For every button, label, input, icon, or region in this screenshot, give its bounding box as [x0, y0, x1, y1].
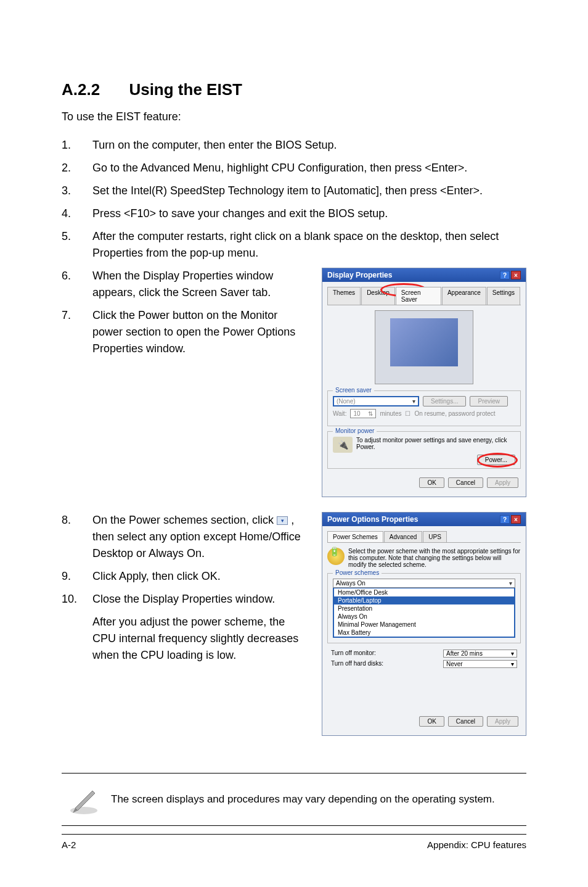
- ok-button[interactable]: OK: [419, 716, 444, 727]
- steps-list-3: 8. On the Power schemes section, click ▾…: [62, 512, 307, 608]
- intro-text: To use the EIST feature:: [62, 110, 526, 123]
- close-icon[interactable]: ×: [511, 271, 521, 279]
- pencil-icon: [67, 782, 101, 817]
- note-box: The screen displays and procedures may v…: [62, 773, 526, 826]
- settings-button[interactable]: Settings...: [423, 396, 466, 406]
- chevron-down-icon: ▾: [412, 398, 415, 405]
- red-highlight-circle: [477, 453, 518, 468]
- dialog-tabs: Power Schemes Advanced UPS: [327, 531, 521, 543]
- dropdown-arrow-icon: ▾: [277, 516, 288, 525]
- option-presentation[interactable]: Presentation: [334, 604, 514, 613]
- footer-label: Appendix: CPU features: [427, 840, 526, 850]
- page-number: A-2: [62, 840, 76, 850]
- section-heading: A.2.2 Using the EIST: [62, 80, 526, 99]
- section-number: A.2.2: [62, 80, 100, 99]
- steps-list-1: 1.Turn on the computer, then enter the B…: [62, 137, 526, 262]
- checkbox-resume[interactable]: ☐: [405, 410, 410, 417]
- apply-button[interactable]: Apply: [487, 477, 518, 488]
- power-schemes-label: Power schemes: [333, 569, 382, 576]
- tab-power-schemes[interactable]: Power Schemes: [327, 531, 383, 542]
- tab-themes[interactable]: Themes: [327, 287, 361, 305]
- power-scheme-select[interactable]: Always On ▾: [333, 579, 515, 588]
- monitor-power-icon: 🔌: [333, 437, 353, 453]
- cancel-button[interactable]: Cancel: [448, 477, 483, 488]
- monitor-preview: [375, 310, 473, 384]
- wait-spinner[interactable]: 10⇅: [350, 409, 376, 418]
- power-scheme-dropdown[interactable]: Home/Office Desk Portable/Laptop Present…: [333, 587, 515, 638]
- monitor-power-label: Monitor power: [333, 427, 377, 434]
- steps-list-2: 6.When the Display Properties window app…: [62, 268, 307, 357]
- dialog-title: Power Options Properties: [327, 515, 418, 524]
- help-icon[interactable]: ?: [500, 515, 510, 524]
- turn-off-monitor-select[interactable]: After 20 mins▾: [443, 650, 517, 658]
- chevron-down-icon: ▾: [511, 661, 514, 667]
- cancel-button[interactable]: Cancel: [448, 716, 483, 727]
- option-minimal-power[interactable]: Minimal Power Management: [334, 621, 514, 629]
- option-max-battery[interactable]: Max Battery: [334, 629, 514, 637]
- close-icon[interactable]: ×: [511, 515, 521, 524]
- tab-ups[interactable]: UPS: [423, 531, 447, 542]
- dialog-tabs: Themes Desktop Screen Saver Appearance S…: [327, 287, 521, 305]
- power-scheme-icon: [327, 548, 345, 565]
- note-text: The screen displays and procedures may v…: [111, 792, 495, 807]
- option-always-on[interactable]: Always On: [334, 613, 514, 621]
- after-adjust-text: After you adjust the power scheme, the C…: [92, 614, 307, 664]
- turn-off-hard-disks-select[interactable]: Never▾: [443, 660, 517, 668]
- screensaver-label: Screen saver: [333, 387, 374, 394]
- help-icon[interactable]: ?: [500, 271, 510, 279]
- preview-button[interactable]: Preview: [470, 396, 508, 406]
- tab-screen-saver[interactable]: Screen Saver: [396, 287, 441, 305]
- ok-button[interactable]: OK: [419, 477, 444, 488]
- chevron-down-icon: ▾: [511, 650, 514, 657]
- dialog-title: Display Properties: [327, 271, 392, 279]
- chevron-down-icon: ▾: [509, 580, 512, 587]
- display-properties-dialog: Display Properties ? × Themes Desktop Sc…: [322, 268, 526, 497]
- screensaver-select[interactable]: (None)▾: [333, 396, 419, 406]
- apply-button[interactable]: Apply: [487, 716, 518, 727]
- option-home-office[interactable]: Home/Office Desk: [334, 588, 514, 596]
- tab-advanced[interactable]: Advanced: [384, 531, 422, 542]
- page-footer: A-2 Appendix: CPU features: [62, 834, 526, 850]
- tab-settings[interactable]: Settings: [487, 287, 520, 305]
- section-title: Using the EIST: [129, 80, 242, 99]
- option-portable-laptop[interactable]: Portable/Laptop: [334, 596, 514, 604]
- tab-appearance[interactable]: Appearance: [442, 287, 486, 305]
- power-options-dialog: Power Options Properties ? × Power Schem…: [322, 512, 526, 736]
